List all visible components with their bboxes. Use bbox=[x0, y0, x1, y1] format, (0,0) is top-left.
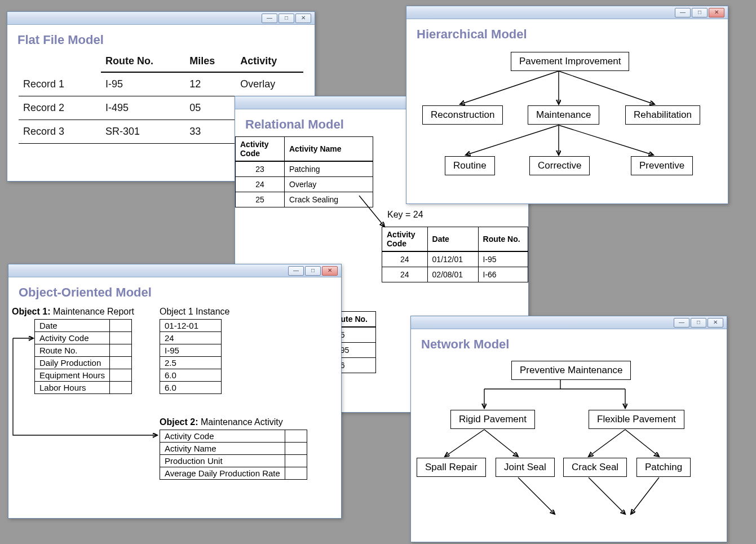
svg-line-1 bbox=[460, 71, 559, 104]
window-hierarchical: — □ ✕ Hierarchical Model Pavement Improv… bbox=[406, 6, 728, 204]
table-row: Activity Name bbox=[160, 443, 307, 455]
svg-line-15 bbox=[625, 430, 659, 457]
col-blank bbox=[19, 52, 101, 72]
titlebar: — □ ✕ bbox=[406, 6, 728, 19]
table-row: Average Daily Production Rate bbox=[160, 467, 307, 480]
table-row: 01-12-01 bbox=[160, 320, 222, 332]
table-row: 2.5 bbox=[160, 357, 222, 369]
table-row: Activity Code bbox=[160, 430, 307, 443]
object2-label: Object 2: Maintenance Activity bbox=[160, 417, 283, 427]
table-row: Record 1I-9512Overlay bbox=[19, 72, 303, 96]
object1-instance-table: 01-12-01 24 I-95 2.5 6.0 6.0 bbox=[160, 319, 222, 394]
table-row: 25Crack Sealing bbox=[236, 192, 373, 207]
svg-line-12 bbox=[445, 430, 484, 457]
col-activity-code: Activity Code bbox=[382, 227, 428, 252]
minimize-button[interactable]: — bbox=[674, 318, 689, 328]
window-title: Hierarchical Model bbox=[406, 19, 728, 46]
svg-line-4 bbox=[466, 125, 559, 155]
minimize-button[interactable]: — bbox=[675, 8, 691, 17]
col-date: Date bbox=[427, 227, 478, 252]
table-row: 2402/08/01I-66 bbox=[382, 267, 528, 282]
col-activity: Activity bbox=[236, 52, 303, 72]
table-row: Equipment Hours bbox=[35, 369, 132, 382]
node-preventive: Preventive bbox=[631, 156, 693, 175]
object2-fields-table: Activity Code Activity Name Production U… bbox=[160, 430, 307, 480]
window-title: Object-Oriented Model bbox=[8, 277, 341, 304]
node-rehabilitation: Rehabilitation bbox=[625, 105, 700, 125]
node-rigid: Rigid Pavement bbox=[450, 410, 535, 429]
table-row: 2401/12/01I-95 bbox=[382, 251, 528, 267]
svg-line-18 bbox=[631, 477, 659, 514]
col-miles: Miles bbox=[185, 52, 236, 72]
table-row: I-95 bbox=[160, 344, 222, 357]
object1-instance-label: Object 1 Instance bbox=[160, 307, 230, 317]
close-button[interactable]: ✕ bbox=[322, 266, 338, 276]
node-corrective: Corrective bbox=[529, 156, 590, 175]
relational-table-records: Activity Code Date Route No. 2401/12/01I… bbox=[382, 227, 528, 282]
table-row: Production Unit bbox=[160, 455, 307, 467]
table-row: 24 bbox=[160, 332, 222, 344]
maximize-button[interactable]: □ bbox=[305, 266, 321, 276]
node-spall: Spall Repair bbox=[417, 458, 486, 477]
node-jointseal: Joint Seal bbox=[496, 458, 555, 477]
close-button[interactable]: ✕ bbox=[295, 14, 311, 23]
col-activity-name: Activity Name bbox=[285, 137, 373, 162]
svg-line-13 bbox=[484, 430, 518, 457]
window-object-oriented: — □ ✕ Object-Oriented Model Object 1: Ma… bbox=[8, 264, 342, 519]
svg-line-6 bbox=[559, 125, 653, 155]
window-network: — □ ✕ Network Model Preventive Maintenan… bbox=[410, 316, 727, 542]
table-row: Activity Code bbox=[35, 332, 132, 344]
svg-line-14 bbox=[589, 430, 625, 457]
svg-line-16 bbox=[518, 477, 555, 514]
col-activity-code: Activity Code bbox=[236, 137, 285, 162]
node-flexible: Flexible Pavement bbox=[589, 410, 684, 429]
table-row: 23Patching bbox=[236, 161, 373, 177]
object1-fields-table: Date Activity Code Route No. Daily Produ… bbox=[34, 319, 132, 394]
node-maintenance: Maintenance bbox=[528, 105, 599, 125]
maximize-button[interactable]: □ bbox=[278, 14, 294, 23]
maximize-button[interactable]: □ bbox=[692, 8, 708, 17]
network-arrows bbox=[411, 356, 727, 542]
titlebar: — □ ✕ bbox=[8, 264, 341, 277]
relational-table-activity: Activity Code Activity Name 23Patching 2… bbox=[235, 136, 373, 207]
close-button[interactable]: ✕ bbox=[709, 8, 724, 17]
col-route: Route No. bbox=[478, 227, 528, 252]
col-route: Route No. bbox=[101, 52, 185, 72]
table-row: 6.0 bbox=[160, 369, 222, 382]
titlebar: — □ ✕ bbox=[7, 12, 315, 25]
maximize-button[interactable]: □ bbox=[691, 318, 706, 328]
window-title: Flat File Model bbox=[7, 25, 315, 52]
table-row: Labor Hours bbox=[35, 382, 132, 394]
node-patching: Patching bbox=[636, 458, 691, 477]
node-routine: Routine bbox=[445, 156, 495, 175]
object1-label: Object 1: Maintenance Report bbox=[12, 307, 134, 317]
window-title: Network Model bbox=[411, 329, 727, 356]
key-label: Key = 24 bbox=[387, 210, 423, 220]
node-root: Pavement Improvement bbox=[511, 52, 629, 71]
titlebar: — □ ✕ bbox=[411, 316, 727, 329]
svg-line-3 bbox=[559, 71, 655, 104]
table-row: 6.0 bbox=[160, 382, 222, 394]
node-reconstruction: Reconstruction bbox=[422, 105, 503, 125]
table-row: Date bbox=[35, 320, 132, 332]
table-row: Daily Production bbox=[35, 357, 132, 369]
node-root: Preventive Maintenance bbox=[511, 361, 631, 380]
table-row: Route No. bbox=[35, 344, 132, 357]
minimize-button[interactable]: — bbox=[288, 266, 304, 276]
close-button[interactable]: ✕ bbox=[708, 318, 723, 328]
table-row: 24Overlay bbox=[236, 177, 373, 192]
node-crackseal: Crack Seal bbox=[563, 458, 627, 477]
svg-line-17 bbox=[589, 477, 625, 514]
minimize-button[interactable]: — bbox=[262, 14, 277, 23]
